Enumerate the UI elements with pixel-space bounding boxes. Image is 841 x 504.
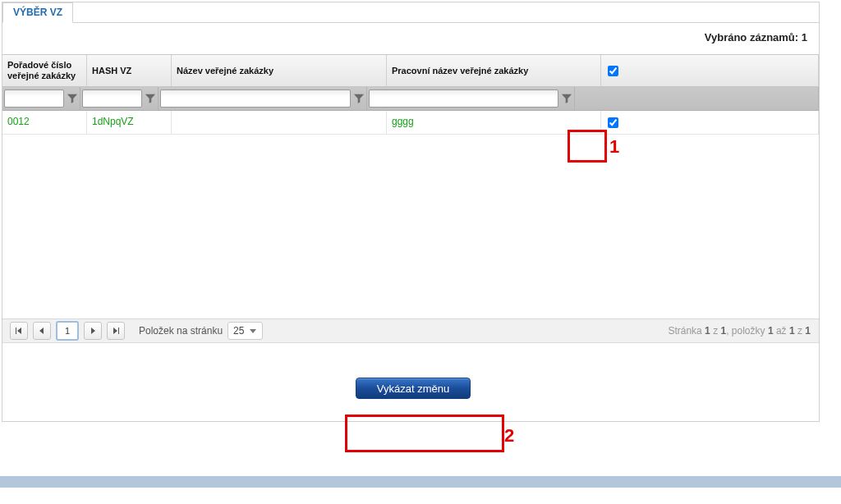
- selected-label: Vybráno záznamů:: [705, 31, 798, 44]
- page-prev-button[interactable]: [33, 322, 51, 340]
- panel: VÝBĚR VZ Vybráno záznamů: 1 Pořadové čís…: [2, 2, 820, 422]
- submit-change-button[interactable]: Vykázat změnu: [356, 378, 471, 399]
- selected-records-bar: Vybráno záznamů: 1: [2, 23, 819, 54]
- selected-count: 1: [802, 31, 807, 44]
- bottom-strip: [0, 476, 841, 488]
- col-header-order-no[interactable]: Pořadové číslo veřejné zakázky: [2, 55, 87, 86]
- cell-workname: gggg: [387, 111, 601, 134]
- grid-header: Pořadové číslo veřejné zakázky HASH VZ N…: [2, 54, 819, 87]
- chevron-down-icon: [249, 327, 257, 335]
- filter-input-workname[interactable]: [369, 89, 558, 108]
- cell-hash: 1dNpqVZ: [87, 111, 172, 134]
- tab-vyber-vz[interactable]: VÝBĚR VZ: [2, 2, 73, 23]
- filter-input-order-no[interactable]: [4, 89, 64, 108]
- tabstrip: VÝBĚR VZ: [2, 2, 819, 23]
- action-area: Vykázat změnu: [2, 342, 819, 421]
- page-first-button[interactable]: [10, 322, 28, 340]
- page-last-button[interactable]: [107, 322, 125, 340]
- filter-input-name[interactable]: [160, 89, 351, 108]
- filter-icon[interactable]: [67, 93, 78, 104]
- page-number-input[interactable]: 1: [56, 321, 79, 341]
- filter-icon[interactable]: [353, 93, 365, 104]
- table-row[interactable]: 0012 1dNpqVZ gggg: [2, 111, 819, 135]
- filter-icon[interactable]: [561, 93, 572, 104]
- cell-select: [601, 111, 819, 134]
- grid-filter-row: [2, 87, 819, 111]
- page-size-select[interactable]: 25: [227, 322, 263, 340]
- col-header-select-all: [601, 55, 819, 86]
- row-checkbox[interactable]: [608, 117, 618, 128]
- annotation-label-1: 1: [609, 136, 619, 158]
- filter-input-hash[interactable]: [82, 89, 142, 108]
- pager: 1 Položek na stránku 25 Stránka 1: [2, 318, 819, 342]
- page-next-button[interactable]: [84, 322, 102, 340]
- cell-order-no: 0012: [2, 111, 87, 134]
- filter-icon[interactable]: [145, 93, 156, 104]
- cell-name: [172, 111, 387, 134]
- annotation-label-2: 2: [504, 425, 514, 447]
- col-header-workname[interactable]: Pracovní název veřejné zakázky: [387, 55, 601, 86]
- grid-body: 0012 1dNpqVZ gggg: [2, 111, 819, 318]
- select-all-checkbox[interactable]: [608, 66, 618, 76]
- grid: Pořadové číslo veřejné zakázky HASH VZ N…: [2, 54, 819, 342]
- page-size-label: Položek na stránku: [139, 325, 223, 337]
- pager-info: Stránka 1 z 1, položky 1 až 1 z 1: [668, 325, 811, 337]
- col-header-hash[interactable]: HASH VZ: [87, 55, 172, 86]
- col-header-name[interactable]: Název veřejné zakázky: [172, 55, 387, 86]
